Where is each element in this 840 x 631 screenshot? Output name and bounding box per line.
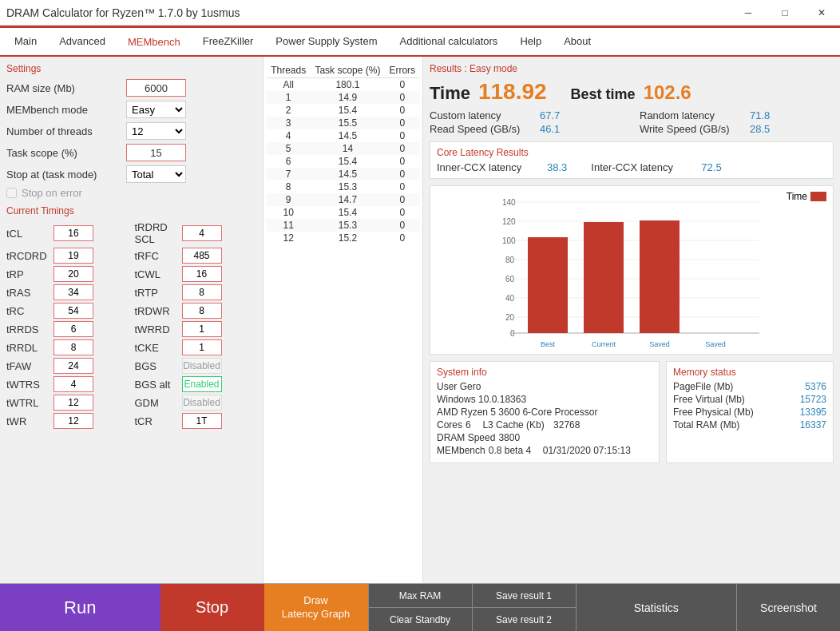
- trdrd-scl-input[interactable]: [182, 225, 222, 241]
- table-row: 1015.40: [267, 206, 419, 219]
- trfc-input[interactable]: [182, 248, 222, 264]
- system-info-box: System info User Gero Windows 10.0.18363…: [430, 361, 660, 463]
- tras-label: tRAS: [6, 287, 50, 299]
- core-latency-label: Core Latency Results: [437, 147, 826, 158]
- tcr-label: tCR: [135, 415, 179, 427]
- tab-membench[interactable]: MEMbench: [117, 28, 192, 57]
- statistics-button[interactable]: Statistics: [576, 584, 737, 631]
- svg-text:60: 60: [505, 275, 515, 284]
- results-label: Results : Easy mode: [430, 63, 834, 74]
- system-info-label: System info: [437, 367, 652, 378]
- table-row: All180.10: [267, 78, 419, 92]
- timing-tcr: tCR: [135, 413, 257, 429]
- stop-at-row: Stop at (task mode) Total Per Thread: [6, 165, 256, 183]
- title-bar: DRAM Calculator for Ryzen™ 1.7.0 by 1usm…: [0, 0, 840, 26]
- membench-mode-label: MEMbench mode: [6, 104, 126, 116]
- close-button[interactable]: ✕: [803, 0, 840, 26]
- svg-text:Current: Current: [592, 340, 616, 347]
- tras-input[interactable]: [53, 284, 93, 300]
- minimize-button[interactable]: ─: [730, 0, 767, 26]
- membench-version-value: 0.8 beta 4: [489, 445, 531, 456]
- timing-tcke: tCKE: [135, 339, 257, 355]
- trcdrd-input[interactable]: [53, 248, 93, 264]
- tab-help[interactable]: Help: [509, 26, 553, 55]
- task-scope-input[interactable]: [126, 144, 186, 161]
- inner-ccx-label: Inner-CCX latency: [437, 161, 541, 173]
- table-row: 215.40: [267, 104, 419, 117]
- table-row: 114.90: [267, 91, 419, 104]
- save-result1-button[interactable]: Save result 1: [473, 584, 576, 608]
- trc-input[interactable]: [53, 303, 93, 319]
- ram-size-input[interactable]: [126, 79, 186, 97]
- twtrs-input[interactable]: [53, 376, 93, 392]
- trdwr-input[interactable]: [182, 303, 222, 319]
- timing-trp: tRP: [6, 266, 129, 282]
- clear-standby-button[interactable]: Clear Standby: [369, 608, 472, 631]
- save-results-group: Save result 1 Save result 2: [472, 584, 576, 631]
- tab-advanced[interactable]: Advanced: [48, 26, 117, 55]
- ram-size-label: RAM size (Mb): [6, 82, 126, 94]
- chart-legend-label: Time: [787, 191, 807, 202]
- bgs-alt-input[interactable]: [182, 376, 222, 392]
- best-time-label: Best time: [571, 86, 636, 103]
- bgs-input[interactable]: [182, 358, 222, 374]
- save-result2-button[interactable]: Save result 2: [473, 608, 576, 631]
- num-threads-row: Number of threads 12 8 4: [6, 122, 256, 140]
- trrdl-input[interactable]: [53, 339, 93, 355]
- timing-twr: tWR: [6, 413, 129, 429]
- tab-main[interactable]: Main: [3, 26, 48, 55]
- trcdrd-label: tRCDRD: [6, 250, 50, 262]
- tcl-label: tCL: [6, 228, 50, 240]
- tcr-input[interactable]: [182, 413, 222, 429]
- svg-text:80: 80: [505, 256, 515, 264]
- cores-line: Cores 6 L3 Cache (Kb) 32768: [437, 419, 652, 431]
- num-threads-select[interactable]: 12 8 4: [126, 122, 186, 140]
- free-physical-row: Free Physical (Mb) 13395: [673, 407, 826, 418]
- date-value: 01/31/2020 07:15:13: [543, 445, 631, 456]
- svg-text:Saved: Saved: [649, 340, 670, 347]
- twrrd-input[interactable]: [182, 321, 222, 337]
- latency-line1: Draw: [303, 594, 327, 606]
- trtp-input[interactable]: [182, 284, 222, 300]
- tab-freezkiller[interactable]: FreeZKiller: [192, 26, 265, 55]
- l3-label: L3 Cache (Kb): [482, 419, 544, 431]
- stop-button[interactable]: Stop: [160, 584, 264, 631]
- read-speed-label: Read Speed (GB/s): [430, 123, 533, 135]
- trtp-label: tRTP: [135, 287, 179, 299]
- gdm-input[interactable]: [182, 395, 222, 411]
- twrrd-label: tWRRD: [135, 323, 179, 335]
- trrds-label: tRRDS: [6, 323, 50, 335]
- trp-input[interactable]: [53, 266, 93, 282]
- tcke-input[interactable]: [182, 339, 222, 355]
- tfaw-input[interactable]: [53, 358, 93, 374]
- screenshot-button[interactable]: Screenshot: [736, 584, 840, 631]
- chart-legend-color: [810, 192, 826, 201]
- stop-on-error-row: Stop on error: [6, 187, 256, 199]
- table-row: 914.70: [267, 193, 419, 206]
- total-ram-label: Total RAM (Mb): [673, 419, 739, 431]
- cores-value: 6: [466, 419, 471, 431]
- maximize-button[interactable]: □: [767, 0, 803, 26]
- trdwr-label: tRDWR: [135, 305, 179, 317]
- trrds-input[interactable]: [53, 321, 93, 337]
- os-value: Windows 10.0.18363: [437, 394, 526, 405]
- twr-input[interactable]: [53, 413, 93, 429]
- max-ram-button[interactable]: Max RAM: [369, 584, 472, 608]
- tab-about[interactable]: About: [553, 26, 602, 55]
- twtrl-input[interactable]: [53, 395, 93, 411]
- latency-graph-button[interactable]: Draw Latency Graph: [264, 584, 368, 631]
- tab-power-supply[interactable]: Power Supply System: [264, 26, 388, 55]
- membench-mode-select[interactable]: Easy Normal Hard: [126, 101, 186, 118]
- dram-value: 3800: [498, 432, 520, 443]
- stop-at-select[interactable]: Total Per Thread: [126, 165, 186, 183]
- cpu-line: AMD Ryzen 5 3600 6-Core Processor: [437, 407, 652, 418]
- tcl-input[interactable]: [53, 225, 93, 241]
- timing-trc: tRC: [6, 303, 129, 319]
- tab-additional[interactable]: Additional calculators: [389, 26, 509, 55]
- table-row: 714.50: [267, 168, 419, 181]
- tcwl-input[interactable]: [182, 266, 222, 282]
- stop-on-error-checkbox[interactable]: [6, 188, 17, 198]
- trp-label: tRP: [6, 268, 50, 280]
- user-value: User Gero: [437, 381, 481, 392]
- run-button[interactable]: Run: [0, 584, 160, 631]
